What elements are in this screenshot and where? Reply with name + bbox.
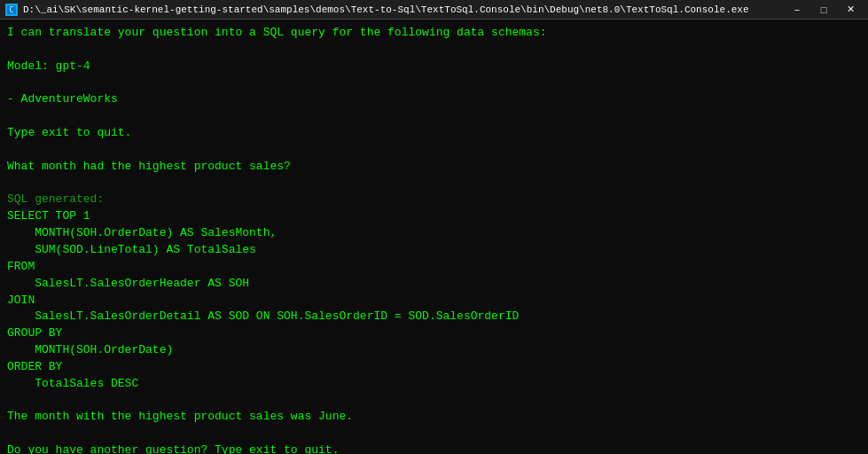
output-line-26: Do you have another question? Type exit … [7,442,861,454]
output-line-12: SELECT TOP 1 [7,208,861,225]
minimize-button[interactable]: − [785,2,809,18]
output-line-5: - AdventureWorks [7,91,861,108]
maximize-button[interactable]: □ [811,2,836,18]
output-line-10 [7,176,861,192]
output-line-4 [7,75,861,92]
output-line-24: The month with the highest product sales… [7,409,861,426]
output-line-1: I can translate your question into a SQL… [7,25,861,42]
output-line-19: GROUP BY [7,325,861,342]
output-line-25 [7,426,861,442]
output-line-14: SUM(SOD.LineTotal) AS TotalSales [7,242,861,259]
output-line-11: SQL generated: [7,192,861,208]
app-icon: C [5,4,18,16]
close-button[interactable]: ✕ [838,2,863,18]
output-line-16: SalesLT.SalesOrderHeader AS SOH [7,276,861,293]
title-bar: C D:\_ai\SK\semantic-kernel-getting-star… [0,0,868,20]
output-line-9: What month had the highest product sales… [7,159,861,176]
window-title: D:\_ai\SK\semantic-kernel-getting-starte… [23,4,749,15]
output-line-23 [7,393,861,410]
title-bar-left: C D:\_ai\SK\semantic-kernel-getting-star… [5,4,749,16]
output-line-15: FROM [7,259,861,276]
output-line-18: SalesLT.SalesOrderDetail AS SOD ON SOH.S… [7,309,861,325]
console-output: I can translate your question into a SQL… [0,20,868,454]
svg-text:C: C [10,6,14,14]
output-line-20: MONTH(SOH.OrderDate) [7,342,861,359]
output-line-21: ORDER BY [7,359,861,376]
output-line-13: MONTH(SOH.OrderDate) AS SalesMonth, [7,225,861,242]
output-line-17: JOIN [7,293,861,309]
output-line-2 [7,42,861,59]
output-line-6 [7,108,861,125]
output-line-22: TotalSales DESC [7,376,861,393]
output-line-3: Model: gpt-4 [7,59,861,75]
window-controls: − □ ✕ [785,2,863,18]
output-line-8 [7,142,861,159]
output-line-7: Type exit to quit. [7,125,861,142]
